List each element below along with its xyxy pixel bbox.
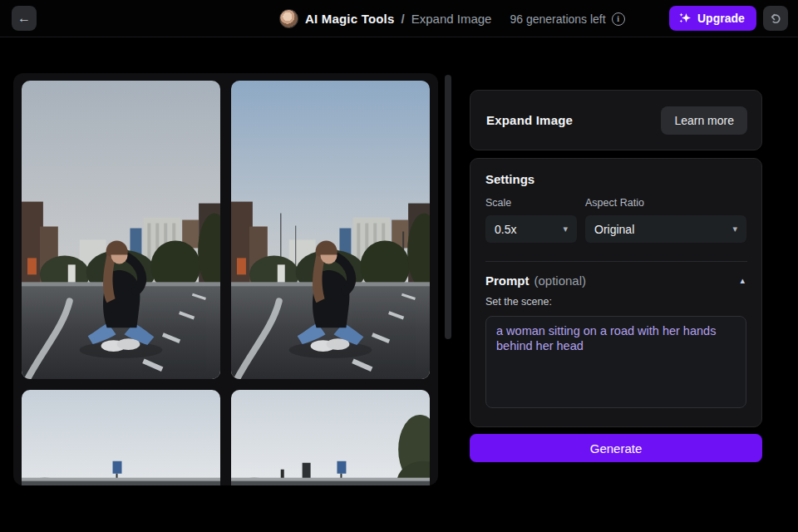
aspect-ratio-field: Aspect Ratio Original ▾: [585, 197, 746, 243]
aspect-ratio-dropdown[interactable]: Original ▾: [585, 215, 746, 243]
prompt-optional-label: (optional): [534, 273, 587, 288]
expand-result-1[interactable]: [22, 81, 220, 379]
chevron-up-icon: ▴: [740, 275, 745, 285]
info-icon[interactable]: i: [612, 12, 625, 26]
back-button[interactable]: ←: [12, 6, 37, 31]
scale-label: Scale: [485, 197, 577, 209]
aspect-ratio-value: Original: [594, 223, 634, 236]
upgrade-label: Upgrade: [697, 12, 745, 25]
expand-result-3[interactable]: [22, 390, 220, 485]
breadcrumb-app[interactable]: AI Magic Tools: [305, 12, 395, 26]
sparkles-icon: [678, 12, 692, 25]
results-gallery: [13, 73, 438, 485]
section-divider: [485, 261, 747, 262]
avatar: [279, 9, 298, 28]
settings-title: Settings: [485, 172, 746, 186]
expand-result-4[interactable]: [231, 390, 430, 485]
collapse-section-button[interactable]: ▴: [738, 273, 746, 288]
top-bar: ← AI Magic Tools / Expand Image 96 gener…: [0, 0, 798, 37]
set-scene-label: Set the scene:: [485, 296, 746, 308]
tool-title: Expand Image: [486, 113, 573, 127]
tool-header-card: Expand Image Learn more: [470, 90, 762, 150]
expand-image-app: ← AI Magic Tools / Expand Image 96 gener…: [0, 0, 798, 532]
learn-more-button[interactable]: Learn more: [661, 106, 747, 135]
generate-button[interactable]: Generate: [470, 434, 762, 462]
aspect-ratio-label: Aspect Ratio: [585, 197, 746, 209]
prompt-input[interactable]: a woman sitting on a road with her hands…: [485, 316, 746, 408]
scale-field: Scale 0.5x ▾: [485, 197, 577, 243]
results-grid: [22, 81, 430, 485]
settings-card: Settings Scale 0.5x ▾ Aspect Ratio Origi…: [470, 158, 762, 427]
chevron-down-icon: ▾: [563, 224, 568, 234]
undo-button[interactable]: [763, 6, 788, 31]
gallery-scrollbar[interactable]: [445, 75, 451, 339]
scale-dropdown[interactable]: 0.5x ▾: [485, 215, 577, 243]
expand-result-2[interactable]: [231, 81, 430, 379]
back-arrow-icon: ←: [17, 11, 31, 26]
prompt-title: Prompt: [485, 273, 530, 288]
undo-icon: [769, 12, 783, 26]
breadcrumb: AI Magic Tools / Expand Image 96 generat…: [279, 0, 625, 37]
scale-value: 0.5x: [495, 223, 516, 236]
upgrade-button[interactable]: Upgrade: [669, 6, 756, 31]
breadcrumb-page: Expand Image: [411, 12, 492, 26]
chevron-down-icon: ▾: [732, 224, 737, 234]
breadcrumb-separator: /: [401, 12, 405, 26]
generations-left: 96 generations left i: [510, 12, 624, 26]
prompt-header: Prompt (optional) ▴: [485, 273, 746, 288]
settings-fields: Scale 0.5x ▾ Aspect Ratio Original ▾: [485, 197, 746, 243]
